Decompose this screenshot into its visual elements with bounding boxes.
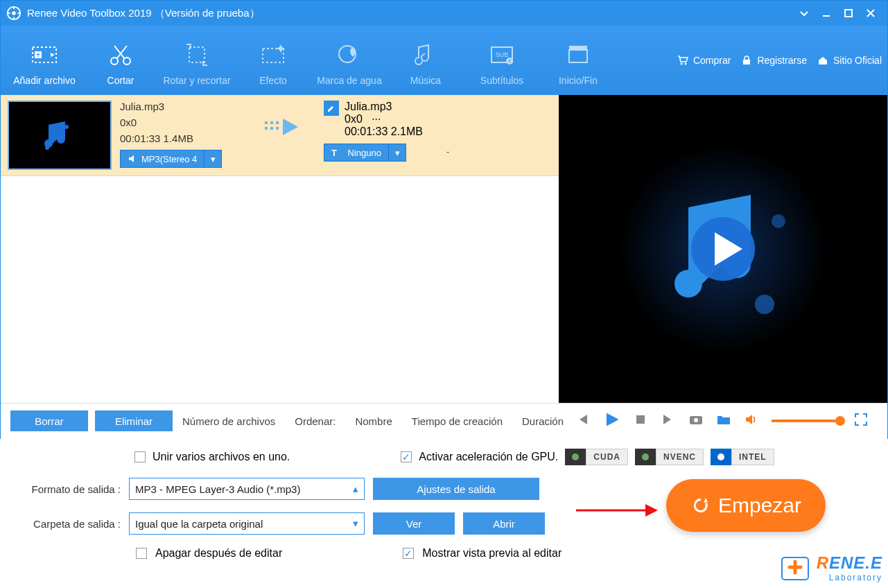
- preview-checkbox[interactable]: [403, 548, 414, 559]
- tool-start-end[interactable]: Inicio/Fin: [540, 35, 616, 86]
- view-button[interactable]: Ver: [373, 512, 455, 535]
- clear-button[interactable]: Borrar: [10, 410, 88, 431]
- shutdown-label: Apagar después de editar: [155, 547, 282, 560]
- tool-label: Efecto: [235, 75, 311, 86]
- dst-more[interactable]: ···: [372, 113, 381, 125]
- gpu-checkbox[interactable]: [401, 451, 412, 462]
- annotation-arrow-icon: [576, 500, 659, 521]
- brand-logo: RRENE.EENE.E Laboratory: [779, 552, 882, 584]
- svg-rect-24: [270, 121, 273, 124]
- output-panel: Unir varios archivos en uno. Activar ace…: [0, 439, 888, 588]
- remove-button[interactable]: Eliminar: [95, 410, 173, 431]
- music-note-icon: [388, 39, 464, 71]
- output-format-combo[interactable]: MP3 - MPEG Layer-3 Audio (*.mp3) ▴: [129, 478, 365, 500]
- tool-subtitles[interactable]: SUBT Subtítulos: [464, 35, 540, 86]
- sort-by-time[interactable]: Tiempo de creación: [412, 415, 503, 427]
- dropdown-value: Ninguno: [348, 148, 381, 158]
- sort-by-duration[interactable]: Duración: [522, 415, 564, 427]
- combo-value: MP3 - MPEG Layer-3 Audio (*.mp3): [135, 483, 353, 495]
- watermark-droplet-icon: [311, 39, 388, 71]
- svg-point-37: [642, 453, 649, 460]
- minimize-button[interactable]: [815, 1, 837, 26]
- link-label: Sitio Oficial: [833, 55, 882, 66]
- shutdown-checkbox[interactable]: [136, 548, 147, 559]
- preview-label: Mostrar vista previa al editar: [422, 547, 561, 560]
- start-button[interactable]: Empezar: [666, 479, 826, 532]
- svg-text:SUB: SUB: [496, 51, 509, 58]
- dest-info: Julia.mp3 0x0 ··· 00:01:33 2.1MB: [324, 101, 469, 138]
- output-folder-combo[interactable]: Igual que la carpeta original ▾: [129, 512, 365, 535]
- subtitle-dropdown[interactable]: T Ninguno ▾: [324, 144, 406, 162]
- chevron-up-icon: ▴: [353, 483, 358, 495]
- stop-button[interactable]: [633, 412, 648, 430]
- start-label: Empezar: [718, 494, 801, 517]
- tool-label: Inicio/Fin: [540, 75, 616, 86]
- dst-filename: Julia.mp3: [345, 101, 423, 113]
- cart-icon: [677, 54, 689, 67]
- gpu-chip-cuda: CUDA: [565, 449, 628, 465]
- src-filename: Julia.mp3: [120, 101, 252, 112]
- crop-rotate-icon: [159, 39, 235, 71]
- effect-sparkle-icon: [235, 39, 311, 71]
- svg-rect-2: [845, 10, 852, 17]
- file-row[interactable]: Julia.mp3 0x0 00:01:33 1.4MB MP3(Stereo …: [1, 95, 559, 176]
- open-button[interactable]: Abrir: [463, 512, 545, 535]
- next-button[interactable]: [661, 412, 676, 430]
- format-dropdown[interactable]: MP3(Stereo 4 ▾: [120, 150, 222, 168]
- close-button[interactable]: [860, 1, 882, 26]
- svg-rect-15: [569, 50, 587, 62]
- link-buy[interactable]: Comprar: [677, 54, 731, 67]
- tool-label: Marca de agua: [311, 75, 388, 86]
- brand-text-1: R: [817, 553, 829, 572]
- dst-resolution: 0x0: [345, 113, 363, 125]
- tool-rotate-crop[interactable]: Rotar y recortar: [159, 35, 235, 86]
- svg-rect-8: [189, 47, 204, 62]
- tool-music[interactable]: Música: [388, 35, 464, 86]
- svg-point-17: [680, 63, 682, 65]
- snapshot-button[interactable]: [688, 412, 704, 430]
- link-official-site[interactable]: Sitio Oficial: [817, 54, 882, 67]
- format-label: Formato de salida :: [17, 483, 121, 495]
- brand-subtext: Laboratory: [817, 573, 882, 582]
- sort-label: Ordenar:: [295, 415, 336, 427]
- menu-dropdown-icon[interactable]: [793, 1, 815, 26]
- link-register[interactable]: Registrarse: [740, 54, 807, 67]
- toolbar-ribbon: + Añadir archivo Cortar Rotar y recortar…: [1, 26, 887, 95]
- volume-icon[interactable]: [744, 412, 759, 430]
- conversion-arrow-icon: [260, 101, 315, 139]
- file-count-label: Número de archivos: [182, 415, 275, 427]
- app-logo-icon: [6, 6, 21, 21]
- tool-add-file[interactable]: + Añadir archivo: [6, 35, 82, 86]
- maximize-button[interactable]: [837, 1, 860, 26]
- output-settings-button[interactable]: Ajustes de salida: [373, 478, 539, 500]
- tool-effect[interactable]: Efecto: [235, 35, 311, 86]
- open-folder-button[interactable]: [716, 412, 731, 430]
- svg-rect-26: [276, 121, 279, 124]
- src-duration-size: 00:01:33 1.4MB: [120, 132, 252, 144]
- fullscreen-button[interactable]: [853, 412, 869, 430]
- filmstrip-add-icon: +: [6, 39, 82, 71]
- tool-watermark[interactable]: Marca de agua: [311, 35, 388, 86]
- refresh-icon: [690, 495, 711, 516]
- svg-text:+: +: [35, 50, 40, 60]
- home-icon: [817, 54, 829, 67]
- src-resolution: 0x0: [120, 116, 252, 128]
- sort-by-name[interactable]: Nombre: [355, 415, 392, 427]
- svg-rect-19: [743, 60, 750, 64]
- svg-rect-22: [265, 121, 268, 124]
- svg-rect-27: [276, 127, 279, 130]
- link-label: Registrarse: [757, 55, 807, 66]
- tool-label: Cortar: [82, 75, 159, 86]
- merge-checkbox[interactable]: [134, 451, 146, 462]
- volume-slider[interactable]: [772, 420, 841, 422]
- source-info: Julia.mp3 0x0 00:01:33 1.4MB MP3(Stereo …: [120, 101, 252, 168]
- svg-point-18: [684, 63, 686, 65]
- link-label: Comprar: [693, 55, 731, 66]
- preview-pane[interactable]: [559, 95, 887, 403]
- prev-button[interactable]: [575, 412, 590, 430]
- svg-rect-23: [265, 127, 268, 130]
- subtitle-icon: SUBT: [464, 39, 540, 71]
- tool-cut[interactable]: Cortar: [82, 35, 159, 86]
- chevron-down-icon: ▾: [353, 517, 358, 530]
- play-button[interactable]: [602, 410, 620, 431]
